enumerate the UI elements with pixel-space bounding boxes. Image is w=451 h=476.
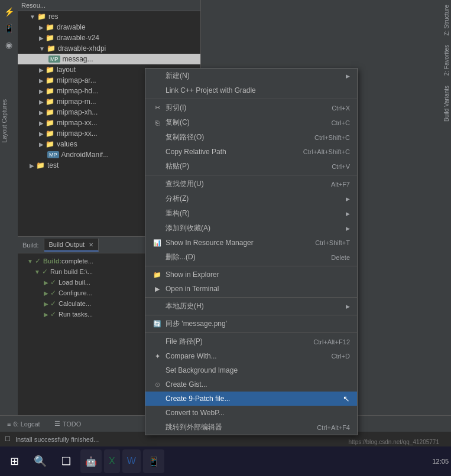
- check-icon-run: ✓: [42, 268, 48, 276]
- tree-item-drawable[interactable]: ▶ 📁 drawable: [18, 22, 200, 32]
- taskbar-app-excel[interactable]: X: [104, 449, 120, 473]
- build-label-run-tasks: Run tasks...: [59, 311, 93, 318]
- menu-label-create-9patch: Create 9-Patch file...: [166, 395, 230, 403]
- menu-icon-file-path: [153, 337, 162, 347]
- tree-arrow-mipmap-xx: ▶: [39, 120, 44, 126]
- tree-label-layout: layout: [57, 66, 76, 74]
- check-icon-configure: ✓: [50, 289, 56, 297]
- bottom-tab-todo[interactable]: ☰ TODO: [52, 419, 84, 429]
- tree-item-message-png[interactable]: MP messag...: [18, 54, 200, 64]
- right-label-build-variants[interactable]: Build Variants: [440, 81, 451, 126]
- tree-item-drawable-v24[interactable]: ▶ 📁 drawable-v24: [18, 32, 200, 43]
- tree-label-values: values: [57, 140, 77, 148]
- search-icon: 🔍: [34, 455, 47, 468]
- menu-item-find-usages[interactable]: 查找使用(U) Alt+F7: [145, 177, 357, 191]
- menu-icon-find-usages: [153, 180, 162, 189]
- menu-item-paste[interactable]: 粘贴(P) Ctrl+V: [145, 159, 357, 174]
- check-icon-load: ✓: [50, 278, 56, 286]
- check-icon-calculate: ✓: [50, 299, 56, 308]
- menu-item-local-history[interactable]: 本地历史(H): [145, 299, 357, 314]
- folder-icon-res: 📁: [37, 12, 46, 21]
- menu-icon-copy-relative: [153, 147, 162, 157]
- menu-label-add-favorites: 添加到收藏(A): [166, 223, 210, 233]
- left-label-layout-captures[interactable]: Layout Captures: [0, 94, 9, 147]
- tree-label-mipmap-xx2: mipmap-xx...: [57, 129, 98, 138]
- menu-icon-compare: ✦: [153, 351, 162, 361]
- todo-label: TODO: [63, 420, 82, 428]
- menu-icon-analyze: [153, 194, 162, 204]
- menu-item-file-path[interactable]: File 路径(P) Ctrl+Alt+F12: [145, 334, 357, 349]
- menu-item-local-history-left: 本地历史(H): [153, 301, 204, 311]
- menu-item-cut[interactable]: ✂ 剪切(I) Ctrl+X: [145, 100, 357, 115]
- menu-label-cut: 剪切(I): [166, 103, 186, 113]
- right-label-structure[interactable]: Z: Structure: [440, 0, 451, 40]
- ide-container: Resou... ▼ 📁 res ▶ 📁 drawable ▶ 📁 drawab…: [0, 0, 451, 476]
- menu-item-delete[interactable]: 删除...(D) Delete: [145, 250, 357, 265]
- menu-icon-refactor: [153, 209, 162, 219]
- start-button[interactable]: ⊞: [2, 449, 26, 473]
- menu-item-open-terminal[interactable]: ▶ Open in Terminal: [145, 282, 357, 296]
- menu-item-link-cpp-left: Link C++ Project with Gradle: [153, 86, 256, 95]
- menu-label-open-terminal: Open in Terminal: [166, 285, 219, 293]
- menu-icon-copy-path: [153, 133, 162, 142]
- menu-item-new[interactable]: 新建(N): [145, 69, 357, 83]
- menu-item-cut-left: ✂ 剪切(I): [153, 103, 186, 113]
- taskbar-app-word[interactable]: W: [122, 449, 141, 473]
- menu-item-copy-left: ⎘ 复制(C): [153, 118, 190, 128]
- menu-item-show-explorer[interactable]: 📁 Show in Explorer: [145, 268, 357, 282]
- build-tab-output[interactable]: Build Output ✕: [44, 239, 99, 252]
- menu-item-sync-left: 🔄 同步 'message.png': [153, 319, 227, 329]
- check-icon-complete: ✓: [35, 257, 41, 265]
- menu-item-convert-webp[interactable]: Convert to WebP...: [145, 406, 357, 420]
- menu-item-copy-path-left: 复制路径(O): [153, 132, 204, 142]
- menu-icon-show-resource: 📊: [153, 238, 162, 247]
- menu-item-create-gist[interactable]: ⊙ Create Gist...: [145, 377, 357, 392]
- menu-item-copy-relative[interactable]: Copy Relative Path Ctrl+Alt+Shift+C: [145, 145, 357, 159]
- search-button[interactable]: 🔍: [28, 449, 52, 473]
- menu-label-refactor: 重构(R): [166, 208, 190, 219]
- taskbar-app-other[interactable]: 📱: [143, 449, 164, 473]
- menu-item-jump-external[interactable]: 跳转到外部编辑器 Ctrl+Alt+F4: [145, 420, 357, 435]
- menu-label-copy-path: 复制路径(O): [166, 132, 204, 142]
- tree-label-mipmap-xx: mipmap-xx...: [57, 119, 98, 127]
- right-label-favorites[interactable]: 2: Favorites: [440, 40, 451, 80]
- tree-item-drawable-xhdpi[interactable]: ▼ 📁 drawable-xhdpi: [18, 43, 200, 54]
- folder-icon-mipmap-m: 📁: [46, 97, 54, 106]
- build-arrow-configure: ▶: [44, 290, 48, 296]
- menu-item-copy-path[interactable]: 复制路径(O) Ctrl+Shift+C: [145, 130, 357, 145]
- left-icon-1[interactable]: ⚡: [2, 5, 16, 19]
- menu-item-analyze[interactable]: 分析(Z): [145, 191, 357, 206]
- menu-item-link-cpp[interactable]: Link C++ Project with Gradle: [145, 83, 357, 97]
- menu-arrow-new: [341, 73, 350, 79]
- right-side-panel: Z: Structure 2: Favorites Build Variants: [440, 0, 451, 476]
- menu-item-show-resource[interactable]: 📊 Show In Resource Manager Ctrl+Shift+T: [145, 236, 357, 250]
- menu-item-add-favorites[interactable]: 添加到收藏(A): [145, 221, 357, 236]
- menu-label-convert-webp: Convert to WebP...: [166, 409, 225, 417]
- menu-item-compare[interactable]: ✦ Compare With... Ctrl+D: [145, 349, 357, 363]
- taskbar-app-as[interactable]: 🤖: [80, 449, 102, 473]
- tree-arrow-mipmap-ar: ▶: [39, 77, 44, 84]
- menu-arrow-add-favorites: [341, 225, 350, 232]
- menu-item-sync[interactable]: 🔄 同步 'message.png': [145, 317, 357, 331]
- menu-label-delete: 删除...(D): [166, 252, 196, 262]
- menu-label-analyze: 分析(Z): [166, 194, 189, 204]
- tree-arrow-values: ▶: [39, 141, 44, 148]
- taskbar-app-other-icon: 📱: [148, 456, 160, 467]
- menu-item-copy[interactable]: ⎘ 复制(C) Ctrl+C: [145, 115, 357, 130]
- tree-arrow-mipmap-m: ▶: [39, 99, 44, 105]
- menu-shortcut-copy-relative: Ctrl+Alt+Shift+C: [303, 148, 350, 155]
- left-icon-3[interactable]: ◉: [2, 38, 16, 52]
- tree-arrow-layout: ▶: [39, 67, 44, 73]
- left-icon-2[interactable]: 📱: [2, 21, 16, 35]
- tree-arrow-drawable-xhdpi: ▼: [39, 45, 45, 52]
- menu-item-create-9patch-left: Create 9-Patch file...: [153, 394, 230, 403]
- menu-item-create-9patch[interactable]: Create 9-Patch file... ↖: [145, 392, 357, 406]
- build-tab-build[interactable]: Build:: [18, 239, 44, 251]
- task-view-button[interactable]: ❑: [54, 449, 78, 473]
- tree-item-res[interactable]: ▼ 📁 res: [18, 11, 200, 22]
- menu-item-set-background[interactable]: Set Background Image: [145, 363, 357, 377]
- bottom-tab-logcat[interactable]: ≡ 6: Logcat: [5, 419, 43, 429]
- build-tab-close-icon[interactable]: ✕: [89, 242, 93, 248]
- menu-shortcut-cut: Ctrl+X: [332, 105, 350, 112]
- menu-item-refactor[interactable]: 重构(R): [145, 206, 357, 221]
